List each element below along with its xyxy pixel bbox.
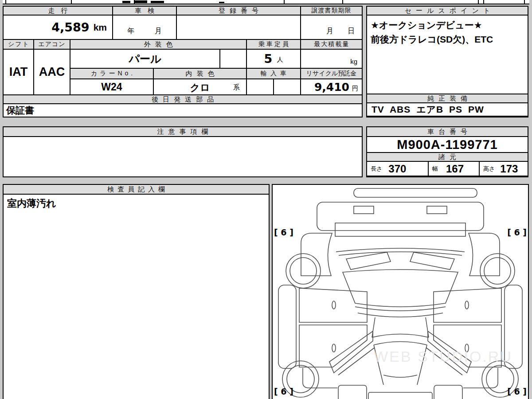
later-parts-value: 保証書 (4, 104, 362, 117)
registration-header: 登録番号 (177, 7, 300, 15)
import-header: 輸入車 (247, 69, 300, 78)
spec-height-value: 173 (500, 163, 518, 175)
panel-grade-bottom-right: [ 6 ] (507, 387, 527, 396)
specs-header: 諸元 (367, 153, 528, 161)
car-top-view-diagram (273, 185, 528, 399)
color-no-value: W24 (70, 79, 153, 94)
chassis-box: 車台番号 M900A-1199771 諸元 長さ 370 幅 167 高さ 17… (366, 126, 528, 177)
registration-value-cell (177, 16, 300, 39)
panel-grade-bottom-left: [ 6 ] (274, 387, 293, 396)
shaken-month-label: 月 (155, 27, 162, 36)
sales-point-box: セールスポイント ★オークションデビュー★ 前後方ドラレコ(SD欠)、ETC 純… (366, 6, 528, 117)
sales-point-content: ★オークションデビュー★ 前後方ドラレコ(SD欠)、ETC (367, 16, 528, 94)
mileage-value: 4,589 (51, 20, 89, 34)
maxload-value-cell: kg (301, 50, 362, 68)
inspector-header: 検査員記入欄 (4, 185, 269, 194)
cutoff-divider (342, 0, 343, 4)
spec-width-label: 幅 (432, 165, 438, 173)
chassis-value: M900A-1199771 (367, 137, 528, 152)
cutoff-text-fragment (135, 0, 147, 3)
inspector-note: 室内薄汚れ (4, 195, 269, 399)
spec-length-value: 370 (388, 163, 406, 175)
aircon-header: エアコン (34, 40, 70, 49)
car-diagram-box: [ 6 ] [ 6 ] [ 6 ] [ 6 ] WEB STUDIO.RU (272, 184, 529, 399)
cutoff-divider (71, 0, 72, 4)
car-diagram-area: [ 6 ] [ 6 ] [ 6 ] [ 6 ] WEB STUDIO.RU (273, 185, 528, 399)
spec-length-label: 長さ (371, 165, 382, 173)
cutoff-divider (478, 0, 479, 4)
recycle-fee-unit: 円 (352, 81, 358, 93)
interior-color-header: 内装色 (154, 69, 246, 78)
mileage-unit: km (94, 22, 107, 33)
aircon-value: AAC (34, 50, 70, 94)
shaken-year-label: 年 (127, 27, 134, 36)
spec-width-cell: 幅 167 (429, 162, 479, 176)
shift-value: IAT (4, 50, 33, 94)
color-no-header: カラーNo. (70, 69, 153, 78)
cutoff-divider (524, 0, 525, 4)
cutoff-text-fragment (219, 2, 224, 3)
recycle-fee-header: リサイクル預託金 (301, 69, 362, 78)
exterior-color-header: 外装色 (70, 40, 246, 49)
inspector-box: 検査員記入欄 室内薄汚れ (3, 184, 270, 399)
spec-height-label: 高さ (483, 165, 495, 173)
cutoff-row (3, 0, 529, 4)
interior-color-cell: クロ 系 (154, 79, 246, 94)
sales-point-line1: ★オークションデビュー★ (371, 18, 524, 32)
transfer-month-label: 月 (326, 27, 333, 36)
chassis-header: 車台番号 (367, 127, 528, 136)
notes-content (4, 137, 362, 176)
capacity-value: 5 (264, 52, 273, 66)
sales-point-header: セールスポイント (367, 7, 528, 15)
shift-header: シフト (4, 40, 33, 49)
cutoff-divider (483, 0, 484, 4)
notes-box: 注意事項欄 (3, 126, 363, 177)
import-cell-2 (274, 79, 300, 94)
mileage-value-cell: 4,589 km (4, 16, 112, 39)
sales-point-line2: 前後方ドラレコ(SD欠)、ETC (371, 32, 524, 47)
spec-length-cell: 長さ 370 (367, 162, 428, 176)
interior-color-value: クロ (154, 81, 246, 94)
panel-grade-top-left: [ 6 ] (274, 227, 293, 237)
recycle-fee-cell: 9,410 円 (301, 79, 362, 94)
import-cell-1 (247, 79, 273, 94)
shaken-header: 車検 (113, 7, 176, 15)
auction-sheet: 走行 車検 登録番号 譲渡書類期限 4,589 km 年 月 月 日 シフト エ… (0, 0, 532, 399)
capacity-value-cell: 5 人 (247, 50, 300, 68)
spec-width-value: 167 (446, 163, 464, 175)
capacity-unit: 人 (277, 56, 283, 66)
exterior-color-value: パール (70, 50, 219, 68)
interior-color-suffix: 系 (233, 83, 240, 92)
shaken-value-cell: 年 月 (113, 16, 176, 39)
cutoff-divider (284, 0, 285, 4)
cutoff-text-fragment (122, 1, 130, 3)
transfer-deadline-header: 譲渡書類期限 (301, 7, 362, 15)
cutoff-divider (5, 0, 6, 4)
main-info-table: 走行 車検 登録番号 譲渡書類期限 4,589 km 年 月 月 日 シフト エ… (3, 6, 363, 117)
recycle-fee-value: 9,410 (314, 81, 349, 94)
transfer-day-label: 日 (348, 27, 355, 36)
transfer-deadline-cell: 月 日 (301, 16, 362, 39)
exterior-color-extra-cell (220, 50, 246, 68)
equipment-header: 純正装備 (367, 94, 528, 102)
equipment-value: TV ABS エアB PS PW (367, 103, 528, 116)
mileage-header: 走行 (4, 7, 112, 15)
notes-header: 注意事項欄 (4, 127, 362, 136)
cutoff-text-fragment (151, 1, 164, 3)
spec-height-cell: 高さ 173 (480, 162, 528, 176)
maxload-header: 最大積載量 (301, 40, 362, 49)
later-parts-header: 後日発送部品 (4, 95, 362, 103)
panel-grade-top-right: [ 6 ] (507, 227, 527, 237)
capacity-header: 乗車定員 (247, 40, 300, 49)
maxload-unit: kg (350, 58, 357, 65)
